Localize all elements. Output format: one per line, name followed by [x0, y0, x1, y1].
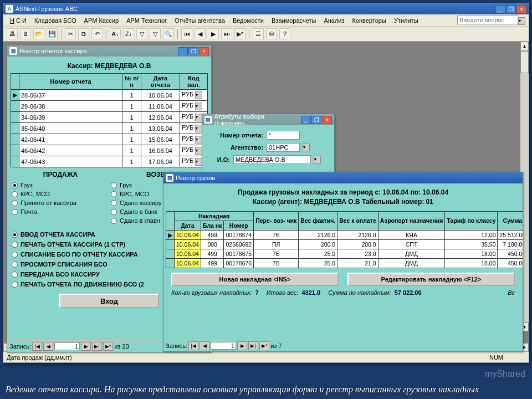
- tb-sort-desc-icon[interactable]: Z↓: [123, 28, 134, 39]
- attr-agency-field[interactable]: 01НРС: [267, 143, 300, 152]
- minimize-button[interactable]: _: [495, 5, 505, 13]
- tb-prev-icon[interactable]: ◀: [195, 28, 206, 39]
- menu-vedomosti[interactable]: Ведомости: [229, 16, 267, 25]
- radio-icon[interactable]: [12, 200, 18, 206]
- col-nakladnaya[interactable]: Накладная: [175, 211, 254, 221]
- dropdown-icon[interactable]: ▾: [195, 91, 202, 99]
- scroll-thumb[interactable]: [520, 51, 529, 73]
- radio-option[interactable]: Принято от кассира: [12, 200, 108, 206]
- tb-filter-icon[interactable]: ▽: [136, 28, 147, 39]
- table-row[interactable]: 42-06/41 1 15.06.04 РУБ ▾: [11, 134, 208, 145]
- tb-find-icon[interactable]: 🔍: [163, 28, 174, 39]
- attr-report-field[interactable]: *: [267, 131, 300, 140]
- radio-icon[interactable]: [12, 242, 18, 248]
- attr-min-button[interactable]: _: [301, 116, 311, 124]
- nav-new-icon[interactable]: ▶*: [259, 341, 269, 350]
- table-row[interactable]: 35-06/40 1 13.06.04 РУБ ▾: [11, 123, 208, 134]
- menu-convert[interactable]: Конверторы: [349, 16, 390, 25]
- radio-icon[interactable]: [111, 209, 117, 215]
- menu-arm-kassir[interactable]: АРМ Кассир: [81, 16, 122, 25]
- radio-option[interactable]: КРС, МСО: [12, 191, 108, 197]
- col-sum[interactable]: Сумма: [498, 211, 523, 230]
- nav-prev-icon[interactable]: ◀: [200, 341, 209, 350]
- tb-sort-asc-icon[interactable]: A↓: [110, 28, 121, 39]
- reports-table[interactable]: Номер отчета № п/п Дата отчета Код вал. …: [11, 73, 208, 167]
- radio-icon[interactable]: [12, 272, 18, 278]
- col-cur[interactable]: Код вал.: [180, 74, 208, 90]
- attr-fio-drop-icon[interactable]: ▾: [314, 156, 321, 163]
- table-row[interactable]: 10.06.0400002560692 ПЛ200.0200.0 СПТ35.5…: [166, 239, 523, 249]
- col-blank[interactable]: Бла нк: [201, 221, 224, 230]
- menu-reports[interactable]: Отчёты агентства: [171, 16, 228, 25]
- col-carrier[interactable]: Пере- воз- чик: [254, 211, 299, 230]
- nav-last-icon[interactable]: ▶|: [92, 342, 102, 351]
- cargo-titlebar[interactable]: ▤ Реестр грузов: [163, 172, 523, 183]
- ask-input[interactable]: [457, 16, 518, 24]
- attr-titlebar[interactable]: ▤ Атрибуты выбора (Ежедневн… _ ❐ ×: [202, 114, 334, 125]
- attr-agency-drop-icon[interactable]: ▾: [303, 144, 310, 151]
- table-row[interactable]: 47-06/43 1 17.06.04 РУБ ▾: [11, 156, 208, 167]
- tb-copy-icon[interactable]: ⧉: [78, 28, 89, 39]
- table-row[interactable]: 10.06.0449900178675 7Б25.023.0 ДМД18.004…: [166, 249, 523, 258]
- tb-cut-icon[interactable]: ✂: [65, 28, 76, 39]
- close-button[interactable]: ×: [516, 5, 526, 13]
- radio-option[interactable]: Почта: [12, 208, 108, 215]
- reports-max-button[interactable]: ❐: [188, 47, 198, 55]
- nav-next-icon[interactable]: ▶: [81, 342, 91, 351]
- tb-new-icon[interactable]: ▶*: [234, 28, 245, 39]
- menu-arm-technolog[interactable]: АРМ Технолог: [123, 16, 170, 25]
- tb-help-icon[interactable]: ?: [279, 28, 290, 39]
- tb-props-icon[interactable]: ☰: [253, 28, 264, 39]
- nav-first-icon[interactable]: |◀: [32, 342, 42, 351]
- tb-next-icon[interactable]: ▶: [208, 28, 219, 39]
- col-dest[interactable]: Аэропорт назначения: [378, 211, 445, 230]
- table-row[interactable]: 29-06/38 1 11.06.04 РУБ ▾: [11, 101, 208, 112]
- radio-option[interactable]: Груз: [12, 182, 108, 188]
- restore-button[interactable]: ❐: [506, 5, 516, 13]
- cargo-table[interactable]: Накладная Пере- воз- чик Вес фактич. Вес…: [166, 211, 523, 268]
- tb-print-icon[interactable]: 🖶: [7, 28, 18, 39]
- tb-last-icon[interactable]: ⏭: [221, 28, 232, 39]
- reports-min-button[interactable]: _: [178, 47, 188, 55]
- col-date[interactable]: Дата: [175, 221, 201, 230]
- reports-titlebar[interactable]: ▤ Реестр отчетов кассира _ ❐ ×: [7, 45, 211, 57]
- dropdown-icon[interactable]: ▾: [195, 103, 202, 110]
- menu-kladovaya[interactable]: Кладовая БСО: [31, 16, 80, 25]
- nav-current[interactable]: [54, 342, 80, 350]
- menu-vzaimo[interactable]: Взаиморасчеты: [268, 16, 319, 25]
- tb-filter2-icon[interactable]: ▽: [150, 28, 161, 39]
- tb-undo-icon[interactable]: ↶: [91, 28, 103, 39]
- col-date[interactable]: Дата отчета: [141, 74, 180, 90]
- col-number[interactable]: Номер: [224, 221, 254, 230]
- radio-icon[interactable]: [111, 182, 117, 188]
- table-row[interactable]: 46-06/42 1 16.06.04 РУБ ▾: [11, 145, 208, 156]
- radio-icon[interactable]: [111, 218, 117, 224]
- ask-dropdown-icon[interactable]: ▾: [518, 17, 525, 25]
- radio-icon[interactable]: [12, 282, 18, 288]
- radio-icon[interactable]: [12, 182, 18, 188]
- enter-button[interactable]: Вход: [59, 294, 159, 308]
- table-row[interactable]: 34-06/39 1 12.06.04 РУБ ▾: [11, 112, 208, 123]
- menu-nsi[interactable]: Н С И: [7, 16, 30, 25]
- radio-icon[interactable]: [12, 209, 18, 215]
- attr-fio-field[interactable]: МЕДВЕДЕВА О.В: [233, 155, 311, 164]
- nav-last-icon[interactable]: ▶|: [248, 341, 258, 350]
- scroll-up-icon[interactable]: ▲: [520, 42, 529, 50]
- col-tariff[interactable]: Тариф по классу: [445, 211, 498, 230]
- new-waybill-button[interactable]: Новая накладная <INS>: [171, 273, 339, 286]
- tb-first-icon[interactable]: ⏮: [181, 28, 192, 39]
- table-row[interactable]: ▶ 10.06.0449900178674 7Б2126.02126.0 КЯА…: [166, 230, 523, 239]
- nav-new-icon[interactable]: ▶*: [103, 342, 113, 351]
- nav-next-icon[interactable]: ▶: [237, 341, 247, 350]
- attr-max-button[interactable]: ❐: [311, 116, 321, 124]
- tb-db-icon[interactable]: ⛁: [266, 28, 277, 39]
- reports-close-button[interactable]: ×: [199, 47, 209, 55]
- radio-icon[interactable]: [111, 200, 117, 206]
- col-report-no[interactable]: Номер отчета: [19, 74, 122, 90]
- nav-current[interactable]: [211, 342, 236, 350]
- radio-icon[interactable]: [12, 252, 18, 258]
- radio-icon[interactable]: [12, 191, 18, 197]
- radio-icon[interactable]: [12, 232, 18, 238]
- tb-preview-icon[interactable]: 🗎: [20, 28, 31, 39]
- table-row[interactable]: ▶ 28-06/37 1 10.06.04 РУБ ▾: [11, 90, 208, 101]
